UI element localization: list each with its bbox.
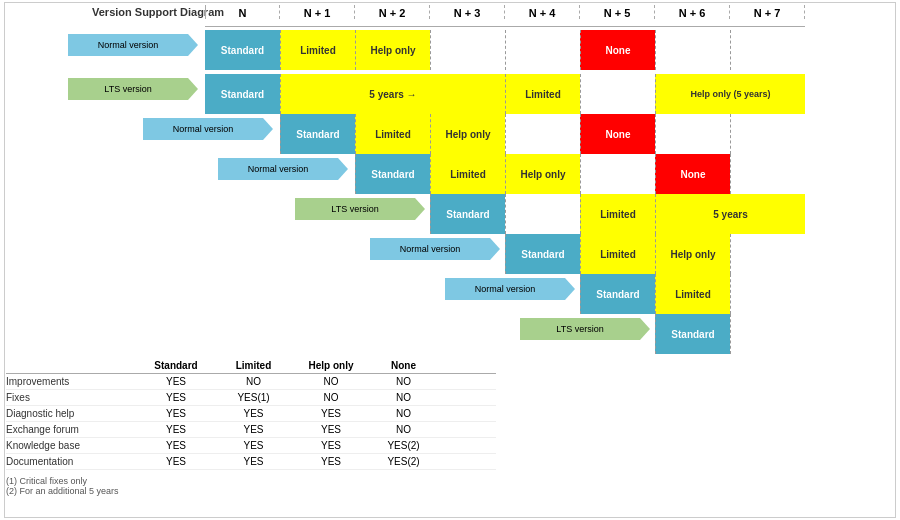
val-docs-none: YES(2) — [371, 456, 436, 467]
val-improvements-std: YES — [136, 376, 216, 387]
r6-c6-help: Help only — [655, 234, 730, 274]
val-exchange-help: YES — [291, 424, 371, 435]
r1-c0-standard: Standard — [205, 30, 280, 70]
row2-arrow: LTS version — [68, 78, 188, 100]
val-improvements-help: NO — [291, 376, 371, 387]
r5-c6-5years: 5 years — [655, 194, 805, 234]
r6-c5-limited: Limited — [580, 234, 655, 274]
row7-arrow-label: Normal version — [475, 284, 536, 294]
r3-c1-standard: Standard — [280, 114, 355, 154]
row4-arrow: Normal version — [218, 158, 338, 180]
r6-c7-empty — [730, 234, 805, 274]
support-table: Standard Limited Help only None Improvem… — [6, 360, 496, 496]
row8-arrow-label: LTS version — [556, 324, 603, 334]
row-label-docs: Documentation — [6, 456, 136, 467]
table-row: Improvements YES NO NO NO — [6, 374, 496, 390]
row4-arrow-label: Normal version — [248, 164, 309, 174]
row-label-exchange: Exchange forum — [6, 424, 136, 435]
r2-5years-span: 5 years → — [280, 74, 505, 114]
diagram-wrapper: Version Support Diagram N N + 1 N + 2 N … — [0, 0, 900, 520]
r3-c6-empty — [655, 114, 730, 154]
r1-c2-help: Help only — [355, 30, 430, 70]
val-docs-help: YES — [291, 456, 371, 467]
row2-arrow-label: LTS version — [104, 84, 151, 94]
r7-c6-limited: Limited — [655, 274, 730, 314]
r1-c5-none: None — [580, 30, 655, 70]
row7-arrow: Normal version — [445, 278, 565, 300]
header-divider — [205, 26, 805, 27]
r4-c3-limited: Limited — [430, 154, 505, 194]
val-improvements-none: NO — [371, 376, 436, 387]
th-standard: Standard — [136, 360, 216, 371]
r3-c7-empty — [730, 114, 805, 154]
val-knowledge-help: YES — [291, 440, 371, 451]
row1-arrow: Normal version — [68, 34, 188, 56]
r3-c5-none: None — [580, 114, 655, 154]
val-knowledge-lim: YES — [216, 440, 291, 451]
row6-arrow: Normal version — [370, 238, 490, 260]
r2-help5years: Help only (5 years) — [655, 74, 805, 114]
val-diaghelp-lim: YES — [216, 408, 291, 419]
row5-arrow-label: LTS version — [331, 204, 378, 214]
val-fixes-none: NO — [371, 392, 436, 403]
col-header-N1: N + 1 — [280, 5, 355, 19]
r1-c6-empty — [655, 30, 730, 70]
table-row: Documentation YES YES YES YES(2) — [6, 454, 496, 470]
r1-c4-empty — [505, 30, 580, 70]
table-row: Fixes YES YES(1) NO NO — [6, 390, 496, 406]
val-improvements-lim: NO — [216, 376, 291, 387]
row-label-knowledge: Knowledge base — [6, 440, 136, 451]
row1-arrow-label: Normal version — [98, 40, 159, 50]
row3-arrow: Normal version — [143, 118, 263, 140]
val-exchange-none: NO — [371, 424, 436, 435]
val-diaghelp-help: YES — [291, 408, 371, 419]
val-docs-std: YES — [136, 456, 216, 467]
val-exchange-std: YES — [136, 424, 216, 435]
r7-c5-standard: Standard — [580, 274, 655, 314]
table-row: Exchange forum YES YES YES NO — [6, 422, 496, 438]
val-knowledge-none: YES(2) — [371, 440, 436, 451]
r2-c5-empty — [580, 74, 655, 114]
table-row: Diagnostic help YES YES YES NO — [6, 406, 496, 422]
r3-c2-limited: Limited — [355, 114, 430, 154]
r5-c4-empty — [505, 194, 580, 234]
row-label-improvements: Improvements — [6, 376, 136, 387]
r3-c4-empty — [505, 114, 580, 154]
th-limited: Limited — [216, 360, 291, 371]
footnote-1: (1) Critical fixes only — [6, 476, 496, 486]
col-header-N6: N + 6 — [655, 5, 730, 19]
r4-c2-standard: Standard — [355, 154, 430, 194]
col-header-N2: N + 2 — [355, 5, 430, 19]
r2-c0-standard: Standard — [205, 74, 280, 114]
row-label-fixes: Fixes — [6, 392, 136, 403]
th-empty — [6, 360, 136, 371]
r3-c3-help: Help only — [430, 114, 505, 154]
r1-c3-empty — [430, 30, 505, 70]
r5-c3-standard: Standard — [430, 194, 505, 234]
row3-arrow-label: Normal version — [173, 124, 234, 134]
th-none: None — [371, 360, 436, 371]
r4-c4-help: Help only — [505, 154, 580, 194]
r8-c7-empty — [730, 314, 805, 354]
val-fixes-lim: YES(1) — [216, 392, 291, 403]
r6-c4-standard: Standard — [505, 234, 580, 274]
r1-c1-limited: Limited — [280, 30, 355, 70]
val-diaghelp-std: YES — [136, 408, 216, 419]
r5-c5-limited: Limited — [580, 194, 655, 234]
table-row: Knowledge base YES YES YES YES(2) — [6, 438, 496, 454]
val-exchange-lim: YES — [216, 424, 291, 435]
row8-arrow: LTS version — [520, 318, 640, 340]
r4-c7-empty — [730, 154, 805, 194]
footnote-2: (2) For an additional 5 years — [6, 486, 496, 496]
row5-arrow: LTS version — [295, 198, 415, 220]
r1-c7-empty — [730, 30, 805, 70]
r2-c4-limited: Limited — [505, 74, 580, 114]
row-label-diaghelp: Diagnostic help — [6, 408, 136, 419]
r7-c7-empty — [730, 274, 805, 314]
col-header-N7: N + 7 — [730, 5, 805, 19]
col-header-N5: N + 5 — [580, 5, 655, 19]
table-header-row: Standard Limited Help only None — [6, 360, 496, 374]
val-fixes-help: NO — [291, 392, 371, 403]
row6-arrow-label: Normal version — [400, 244, 461, 254]
val-diaghelp-none: NO — [371, 408, 436, 419]
